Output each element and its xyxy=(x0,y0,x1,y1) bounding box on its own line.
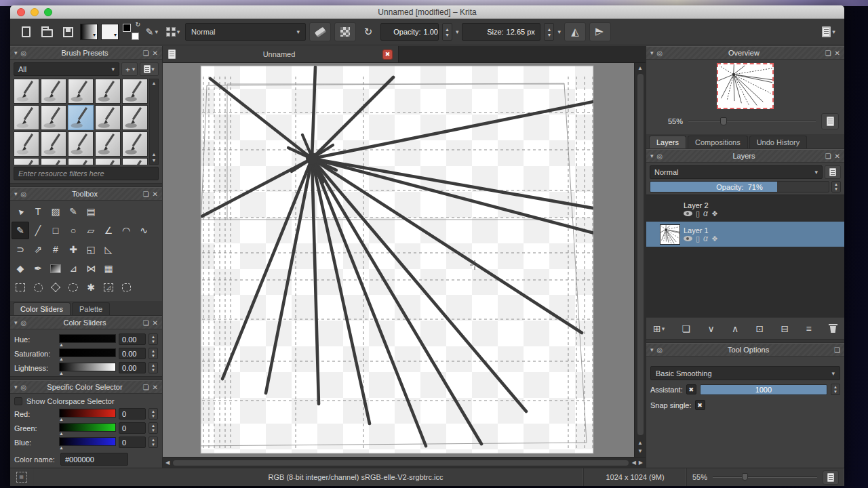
tool-fill[interactable]: ◆ xyxy=(12,260,29,277)
chevron-down-icon[interactable]: ▾ xyxy=(557,28,561,35)
brush-preset-thumbnail[interactable] xyxy=(95,158,121,165)
eraser-mode-button[interactable] xyxy=(309,22,331,41)
brush-preset-thumbnail[interactable] xyxy=(95,79,121,104)
tool-pattern-edit[interactable]: ▨ xyxy=(47,203,64,220)
brush-preset-thumbnail[interactable] xyxy=(41,79,66,104)
tool-similar-color-select[interactable]: ✱ xyxy=(82,279,100,296)
snap-single-checkbox[interactable]: ✖ xyxy=(695,400,705,410)
brush-preset-thumbnail[interactable] xyxy=(122,79,148,104)
workspace-chooser-button[interactable]: ▾ xyxy=(820,22,837,41)
fg-bg-color-swap[interactable]: ↻ xyxy=(122,22,140,41)
brush-preset-thumbnail[interactable] xyxy=(68,105,94,130)
duplicate-layer-button[interactable]: ❏ xyxy=(682,323,691,334)
add-layer-button[interactable]: ⊞▾ xyxy=(653,323,665,334)
scroll-left-icon[interactable]: ◀ xyxy=(632,460,636,466)
vscroll-arrows[interactable]: ▲▼ xyxy=(637,438,643,457)
tool-polyline[interactable]: ∠ xyxy=(100,222,117,239)
close-docker-icon[interactable]: ✕ xyxy=(835,49,840,57)
brush-preset-thumbnail[interactable] xyxy=(14,79,39,104)
overview-zoom-slider[interactable] xyxy=(688,117,816,126)
lock-icon[interactable]: ◎ xyxy=(21,384,27,391)
close-docker-icon[interactable]: ✕ xyxy=(153,49,158,57)
gradient-chooser[interactable]: ▾ xyxy=(80,22,98,41)
layer-alpha-lock-icon[interactable]: α xyxy=(703,210,708,218)
zoom-slider[interactable] xyxy=(713,476,817,478)
slider-handle-icon[interactable]: ▲ xyxy=(59,371,64,375)
brush-preset-thumbnail[interactable] xyxy=(41,158,66,165)
slider-spinner[interactable]: ▲▼ xyxy=(149,436,158,448)
tab-compositions[interactable]: Compositions xyxy=(688,136,748,148)
zoom-slider-knob[interactable] xyxy=(720,117,727,125)
document-size-text[interactable]: 1024 x 1024 (9M) xyxy=(606,473,664,481)
brush-preset-thumbnail[interactable] xyxy=(41,105,66,130)
collapse-icon[interactable]: ▾ xyxy=(14,319,18,326)
tool-calligraphy[interactable]: ✎ xyxy=(64,203,82,220)
close-docker-icon[interactable]: ✕ xyxy=(153,384,158,391)
new-document-button[interactable] xyxy=(17,22,35,41)
open-document-button[interactable] xyxy=(38,22,56,41)
collapse-icon[interactable]: ▾ xyxy=(14,49,18,56)
slider-spinner[interactable]: ▲▼ xyxy=(149,408,158,420)
collapse-icon[interactable]: ▾ xyxy=(650,346,654,353)
slider-value[interactable]: 0.00 xyxy=(119,333,146,345)
preserve-alpha-button[interactable] xyxy=(334,22,356,41)
float-docker-icon[interactable]: ❏ xyxy=(825,152,831,160)
layer-blending-dropdown[interactable]: Normal ▾ xyxy=(650,165,823,179)
layer-list-options-button[interactable] xyxy=(825,165,841,179)
canvas-artwork[interactable] xyxy=(163,63,634,456)
brush-preset-thumbnail[interactable] xyxy=(14,131,39,157)
slider-value[interactable]: 0 xyxy=(119,422,146,434)
tab-undo-history[interactable]: Undo History xyxy=(749,136,808,148)
opacity-spinner[interactable]: ▲▼ xyxy=(442,23,452,41)
scroll-left-icon[interactable]: ◀ xyxy=(165,460,170,466)
brush-editor-button[interactable]: ✎▾ xyxy=(143,22,161,41)
layer-thumbnail-empty[interactable] xyxy=(660,199,680,220)
tool-multibrush[interactable]: ⇗ xyxy=(29,241,47,258)
brush-preset-thumbnail[interactable] xyxy=(14,105,39,130)
tool-grid[interactable]: ▦ xyxy=(100,260,117,277)
tool-polygon[interactable]: ▱ xyxy=(82,222,100,239)
tool-freehand-path[interactable]: ∿ xyxy=(135,222,153,239)
slider-handle-icon[interactable]: ▲ xyxy=(59,417,64,422)
close-document-icon[interactable]: ✖ xyxy=(382,49,393,60)
collapse-icon[interactable]: ▾ xyxy=(14,190,18,197)
float-docker-icon[interactable]: ❏ xyxy=(143,319,149,327)
hsl-slider[interactable]: ▲ xyxy=(59,363,116,373)
move-into-group-button[interactable]: ⊡ xyxy=(755,323,764,334)
layer-inherit-alpha-icon[interactable]: ❖ xyxy=(711,210,718,218)
lock-icon[interactable]: ◎ xyxy=(21,49,27,57)
float-docker-icon[interactable]: ❏ xyxy=(143,190,149,198)
brush-preset-thumbnail[interactable] xyxy=(68,79,94,104)
collapse-icon[interactable]: ▾ xyxy=(650,49,654,56)
close-docker-icon[interactable]: ✕ xyxy=(153,319,158,327)
scroll-up-icon[interactable]: ▲ xyxy=(152,79,157,85)
slider-value[interactable]: 0 xyxy=(119,436,146,448)
layer-lock-icon[interactable]: ▯ xyxy=(696,210,700,218)
overview-options-button[interactable] xyxy=(821,113,839,129)
rgb-slider[interactable]: ▲ xyxy=(59,409,116,420)
float-docker-icon[interactable]: ❏ xyxy=(143,49,149,57)
slider-value[interactable]: 0 xyxy=(119,408,146,420)
slider-spinner[interactable]: ▲▼ xyxy=(149,348,158,359)
float-docker-icon[interactable]: ❏ xyxy=(143,384,149,391)
brush-size-slider[interactable]: Size: 12.65 px xyxy=(462,23,540,41)
chevron-down-icon[interactable]: ▾ xyxy=(456,28,459,35)
scroll-arrows[interactable]: ▲▼ xyxy=(152,152,157,164)
brush-presets-popup-button[interactable]: ▾ xyxy=(164,22,182,41)
tool-shape-select[interactable]: ▲ xyxy=(12,203,29,220)
add-tag-button[interactable]: ＋▾ xyxy=(121,62,138,76)
tool-assistants[interactable]: ⋈ xyxy=(82,260,100,277)
scroll-right-icon[interactable]: ▶ xyxy=(639,460,643,466)
lock-icon[interactable]: ◎ xyxy=(657,346,663,354)
tab-color-sliders[interactable]: Color Sliders xyxy=(13,302,71,315)
tool-path-select[interactable] xyxy=(117,279,135,296)
tool-ellipse-select[interactable] xyxy=(29,279,47,296)
tag-filter-dropdown[interactable]: All ▾ xyxy=(14,62,119,76)
tab-layers[interactable]: Layers xyxy=(649,136,686,148)
slider-spinner[interactable]: ▲▼ xyxy=(149,362,158,373)
delete-layer-button[interactable] xyxy=(829,324,837,333)
close-docker-icon[interactable]: ✕ xyxy=(153,190,158,198)
hsl-slider[interactable]: ▲ xyxy=(59,334,116,345)
tool-gradient[interactable] xyxy=(47,260,64,277)
layer-row-layer-2[interactable]: Layer 2▯α❖ xyxy=(646,197,844,222)
